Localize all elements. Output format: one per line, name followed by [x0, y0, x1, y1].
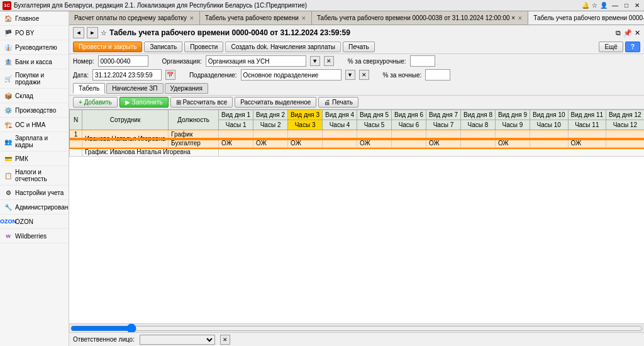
sidebar-item-purchases[interactable]: 🛒 Покупки и продажи	[0, 69, 69, 89]
doc-title: Табель учета рабочего времени 0000-0040 …	[109, 28, 613, 37]
cell-sub-day10	[530, 139, 568, 148]
sidebar-item-production[interactable]: ⚙️ Производство	[0, 103, 69, 118]
sidebar-item-rukovoditelyu[interactable]: 👔 Руководителю	[0, 40, 69, 55]
sidebar-item-taxes[interactable]: 📋 Налоги и отчетность	[0, 166, 69, 186]
pin-icon[interactable]: 📌	[623, 29, 632, 37]
tab-raschet[interactable]: Расчет оплаты по среднему заработку ✕	[69, 11, 200, 25]
subtab-uderzhaniya[interactable]: Удержания	[165, 83, 208, 94]
tab-close-tabel-list[interactable]: ✕	[301, 15, 306, 21]
sidebar-item-glavnoe[interactable]: 🏠 Главное	[0, 11, 69, 26]
nav-back-btn[interactable]: ◄	[73, 27, 84, 38]
cell-day3-type	[288, 130, 323, 139]
cell-sub-day12	[606, 139, 644, 148]
sidebar-item-os[interactable]: 🏗️ ОС и НМА	[0, 118, 69, 132]
sidebar-item-sklad[interactable]: 📦 Склад	[0, 89, 69, 103]
form-row-2: Дата: 📅 Подразделение: ▼ ✕ % за ночные:	[69, 68, 644, 82]
tab-tabel-0038[interactable]: Табель учета рабочего времени 0000-0038 …	[312, 11, 528, 25]
horizontal-scrollbar[interactable]	[69, 323, 644, 332]
cell-name: Иванова Наталья Игоревна	[82, 130, 169, 148]
col-day7-top: Вид дня 7	[426, 110, 461, 120]
table-row[interactable]: 1 Иванова Наталья Игоревна График	[70, 130, 645, 139]
cell-day5-type	[357, 130, 392, 139]
dobavit-btn[interactable]: + Добавить	[73, 97, 118, 108]
cart-icon: 🛒	[4, 74, 13, 83]
otvetstvennoe-clear-btn[interactable]: ✕	[220, 335, 230, 345]
tabs-bar: Расчет оплаты по среднему заработку ✕ Та…	[69, 11, 644, 25]
table-grafik-row[interactable]: График: Иванова Наталья Игоревна	[70, 148, 645, 157]
nomer-input[interactable]	[98, 55, 148, 67]
col-day9-top: Вид дня 9	[495, 110, 530, 120]
sidebar-item-roby[interactable]: 🏴 РО BY	[0, 26, 69, 40]
sidebar-label-rukovoditelyu: Руководителю	[15, 44, 57, 51]
percent-sverh-input[interactable]	[410, 55, 435, 67]
person-icon: 👔	[4, 43, 13, 52]
sidebar-item-rmk[interactable]: 💳 РМК	[0, 152, 69, 166]
tab-close-0038[interactable]: ✕	[518, 15, 523, 21]
close-btn[interactable]: ✕	[633, 2, 641, 9]
col-sotrudnik: Сотрудник	[82, 110, 169, 130]
sidebar-label-settings: Настройки учета	[15, 189, 64, 196]
eshe-btn[interactable]: Ещё	[599, 42, 623, 52]
date-picker-btn[interactable]: 📅	[165, 70, 175, 80]
rasschitat-vyd-btn[interactable]: Рассчитать выделенное	[235, 97, 316, 108]
nav-forward-btn[interactable]: ►	[87, 27, 98, 38]
tab-tabel-0040[interactable]: Табель учета рабочего времени 0000-0040 …	[528, 11, 644, 25]
close-doc-btn[interactable]: ✕	[635, 29, 640, 37]
sub-tabs: Табель Начисление ЗП Удержания	[69, 82, 644, 96]
podrazd-input[interactable]	[241, 69, 341, 81]
col-day4-bot: Часы 4	[323, 120, 357, 130]
sidebar-item-bank[interactable]: 🏦 Банк и касса	[0, 55, 69, 69]
main-toolbar: Провести и закрыть Записать Провести Соз…	[69, 40, 644, 54]
sidebar-label-production: Производство	[15, 107, 56, 114]
col-day2-top: Вид дня 2	[253, 110, 288, 120]
percent-noch-input[interactable]	[425, 69, 450, 81]
zapisat-btn[interactable]: Записать	[144, 42, 182, 52]
col-day9-bot: Часы 9	[495, 120, 530, 130]
hscroll-input[interactable]	[70, 325, 643, 332]
sidebar-label-bank: Банк и касса	[15, 59, 52, 65]
sidebar: 🏠 Главное 🏴 РО BY 👔 Руководителю 🏦 Банк …	[0, 11, 69, 346]
cell-sub-n	[70, 139, 82, 148]
minimize-btn[interactable]: —	[610, 2, 620, 9]
sidebar-label-roby: РО BY	[15, 30, 34, 36]
notification-icon[interactable]: 🔔	[582, 2, 589, 9]
org-select-btn[interactable]: ▼	[310, 56, 320, 66]
sidebar-item-admin[interactable]: 🔧 Администрирование	[0, 200, 69, 215]
cell-sub-day6	[392, 139, 426, 148]
podrazd-clear-btn[interactable]: ✕	[359, 70, 369, 80]
provesti-btn[interactable]: Провести	[184, 42, 223, 52]
ozon-icon: OZON	[4, 217, 13, 226]
pechat-table-btn[interactable]: 🖨 Печать	[318, 97, 358, 108]
otvetstvennoe-select[interactable]	[140, 335, 215, 345]
bookmark-icon[interactable]: ☆	[101, 29, 107, 37]
sidebar-label-glavnoe: Главное	[15, 15, 39, 22]
help-btn[interactable]: ?	[625, 42, 640, 52]
sidebar-item-wb[interactable]: W Wildberries	[0, 229, 69, 243]
provesti-zakryt-btn[interactable]: Провести и закрыть	[73, 42, 142, 52]
org-clear-btn[interactable]: ✕	[324, 56, 334, 66]
user-icon[interactable]: 👤	[600, 2, 608, 9]
star-icon[interactable]: ☆	[592, 2, 597, 9]
rasschitat-vse-btn[interactable]: ⊞ Рассчитать все	[170, 97, 233, 108]
subtab-tabel[interactable]: Табель	[73, 83, 105, 94]
col-day12-bot: Часы 12	[606, 120, 644, 130]
restore-btn[interactable]: □	[623, 2, 630, 9]
sozdat-dok-btn[interactable]: Создать dok. Начисления зарплаты	[225, 42, 341, 52]
pechat-btn[interactable]: Печать	[343, 42, 375, 52]
tab-close-raschet[interactable]: ✕	[189, 15, 194, 21]
podrazd-select-btn[interactable]: ▼	[345, 70, 355, 80]
org-input[interactable]	[206, 55, 306, 67]
cell-sub-day8	[461, 139, 496, 148]
tab-tabel-list[interactable]: Табель учета рабочего времени ✕	[200, 11, 312, 25]
subtab-nachislenie[interactable]: Начисление ЗП	[106, 83, 163, 94]
table-area[interactable]: N Сотрудник Должность Вид дня 1 Вид дня …	[69, 109, 644, 323]
sidebar-item-settings[interactable]: ⚙ Настройки учета	[0, 186, 69, 200]
cell-day8-type	[461, 130, 496, 139]
date-input[interactable]	[92, 69, 162, 81]
sidebar-item-salary[interactable]: 👥 Зарплата и кадры	[0, 132, 69, 152]
sidebar-item-ozon[interactable]: OZON OZON	[0, 215, 69, 229]
zapolnit-btn[interactable]: ▶ Заполнить	[119, 97, 169, 108]
sidebar-label-admin: Администрирование	[15, 204, 69, 211]
people-icon: 👥	[4, 137, 13, 146]
copy-icon[interactable]: ⧉	[616, 29, 621, 37]
